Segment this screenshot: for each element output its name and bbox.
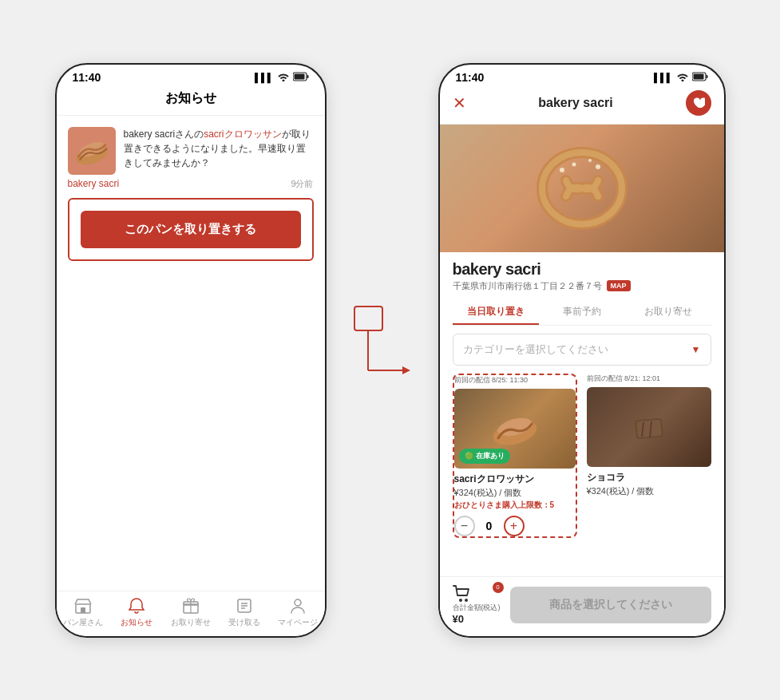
bottom-nav: パン屋さん お知らせ お取り寄せ 受け取る マイページ [57,591,325,636]
notification-image [68,127,116,175]
shop-hero-image [440,125,724,252]
svg-point-26 [588,159,592,162]
svg-point-25 [596,164,600,169]
person-icon [288,596,307,615]
product-price-croissant: ¥324(税込) / 個数 [454,487,576,499]
status-bar-left: 11:40 ▌▌▌ [57,65,325,87]
right-phone: 11:40 ▌▌▌ ✕ bakery sacri [438,63,726,638]
nav-item-notifications[interactable]: お知らせ [110,596,164,628]
svg-marker-17 [402,366,410,374]
nav-label-mypage: マイページ [278,617,318,628]
nav-item-bakery[interactable]: パン屋さん [57,596,110,628]
nav-item-pickup[interactable]: 受け取る [217,596,271,628]
notification-time: 9分前 [291,178,313,190]
notification-item: bakery sacriさんのsacriクロワッサンが取り置きできるようになりま… [57,116,325,175]
battery-icon [293,72,309,83]
quantity-value: 0 [483,520,496,532]
product-image-chocolat [587,387,711,467]
notification-footer: bakery sacri 9分前 [57,175,325,190]
shop-info: bakery sacri 千葉県市川市南行徳１丁目２２番７号 MAP [440,252,724,292]
nav-label-takeout: お取り寄せ [171,617,211,628]
products-grid: 前回の配信 8/25: 11:30 🟢 在庫あり sacriクロワッサン ¥32… [440,374,724,538]
svg-rect-2 [307,75,308,78]
wifi-icon-right [676,72,689,83]
category-select[interactable]: カテゴリーを選択してください ▼ [453,334,711,366]
svg-rect-6 [81,607,85,613]
list-icon [235,596,254,615]
quantity-decrease-button[interactable]: − [454,516,475,536]
product-limit-croissant: おひとりさま購入上限数：5 [454,500,576,511]
signal-icon-right: ▌▌▌ [654,73,672,82]
nav-label-pickup: 受け取る [228,617,260,628]
product-card-chocolat: 前回の配信 8/21: 12:01 ショコラ ¥324(税込) / 個数 [587,374,711,538]
product-name-chocolat: ショコラ [587,471,711,484]
notif-message-before: bakery sacri [124,129,176,140]
in-stock-badge: 🟢 在庫あり [459,449,510,464]
nav-label-notifications: お知らせ [121,617,152,628]
nav-item-mypage[interactable]: マイページ [271,596,324,628]
chevron-down-icon: ▼ [691,344,701,355]
tab-same-day[interactable]: 当日取り置き [453,299,539,325]
product-prev-date-chocolat: 前回の配信 8/21: 12:01 [587,374,711,384]
svg-rect-20 [706,75,707,78]
svg-rect-19 [693,73,703,79]
quantity-control: − 0 + [454,516,576,536]
status-icons-right: ▌▌▌ [654,72,707,83]
cart-badge: 0 [493,582,504,593]
notification-shop: bakery sacri [68,178,120,189]
svg-point-34 [465,599,468,602]
in-stock-icon: 🟢 [465,452,473,460]
tabs: 当日取り置き 事前予約 お取り寄せ [453,299,711,326]
close-button[interactable]: ✕ [453,93,466,113]
arrow-connector [350,303,414,398]
notification-text: bakery sacriさんのsacriクロワッサンが取り置きできるようになりま… [124,127,314,175]
right-header: ✕ bakery sacri [440,87,724,125]
shop-address: 千葉県市川市南行徳１丁目２２番７号 MAP [453,280,711,292]
cta-button-container: このパンを取り置きする [68,198,314,261]
cart-total-label: 合計金額(税込) [453,603,501,613]
bell-icon [127,596,146,615]
product-name-croissant: sacriクロワッサン [454,473,576,486]
wifi-icon [277,72,290,83]
svg-point-33 [459,599,462,602]
product-prev-date-croissant: 前回の配信 8/25: 11:30 [454,375,576,386]
nav-label-bakery: パン屋さん [63,617,103,628]
time-left: 11:40 [73,71,101,84]
tab-advance[interactable]: 事前予約 [539,299,625,325]
status-icons-left: ▌▌▌ [255,72,308,83]
svg-point-24 [572,162,576,166]
shop-name: bakery sacri [453,260,711,279]
cta-button[interactable]: このパンを取り置きする [81,211,301,248]
cart-total: ¥0 [453,613,501,625]
product-card-croissant: 前回の配信 8/25: 11:30 🟢 在庫あり sacriクロワッサン ¥32… [453,374,577,538]
cart-info: 0 合計金額(税込) ¥0 [453,585,501,625]
header-title: bakery sacri [538,96,612,110]
quantity-increase-button[interactable]: + [504,516,525,536]
store-icon [73,596,93,615]
tab-delivery[interactable]: お取り寄せ [625,299,711,325]
product-price-chocolat: ¥324(税込) / 個数 [587,485,711,497]
svg-rect-1 [294,73,304,79]
svg-rect-14 [354,306,382,330]
map-badge[interactable]: MAP [607,280,631,291]
svg-rect-30 [636,419,662,437]
time-right: 11:40 [456,71,485,84]
status-bar-right: 11:40 ▌▌▌ [440,65,724,87]
gift-icon [181,596,200,615]
svg-point-13 [295,599,301,606]
signal-icon: ▌▌▌ [255,73,273,82]
nav-item-takeout[interactable]: お取り寄せ [164,596,217,628]
svg-point-23 [560,168,564,172]
order-button[interactable]: 商品を選択してください [510,587,711,623]
bottom-bar: 0 合計金額(税込) ¥0 商品を選択してください [440,576,724,636]
left-phone: 11:40 ▌▌▌ お知らせ bakery sacriさんのsacriクロワッサ… [55,63,327,638]
page-title: お知らせ [57,87,325,116]
notif-highlight: sacriクロワッサン [204,129,281,140]
cart-icon-wrap: 0 [453,585,501,603]
battery-icon-right [692,72,708,83]
product-image-croissant: 🟢 在庫あり [454,389,576,469]
favorite-button[interactable] [686,90,711,116]
category-placeholder: カテゴリーを選択してください [463,342,608,357]
